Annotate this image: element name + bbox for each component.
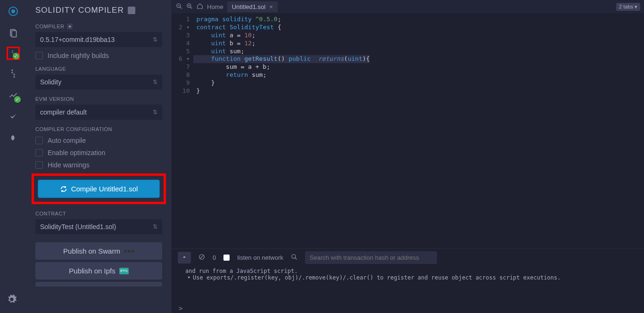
optimize-checkbox[interactable]: Enable optimization [35, 149, 162, 156]
pending-count: 0 [213, 254, 216, 261]
panel-title: SOLIDITY COMPILER [35, 6, 162, 15]
file-explorer-icon[interactable] [7, 26, 20, 40]
checkbox-icon [35, 52, 43, 59]
compiler-panel: SOLIDITY COMPILER COMPILER+ 0.5.17+commi… [26, 0, 172, 313]
autocompile-checkbox[interactable]: Auto compile [35, 137, 162, 144]
evm-select[interactable]: compiler default⇅ [35, 105, 162, 120]
chevron-updown-icon: ⇅ [153, 223, 157, 230]
listen-checkbox[interactable] [223, 255, 230, 261]
block-icon[interactable] [198, 254, 205, 262]
terminal-toolbar: 0 listen on network [172, 249, 644, 266]
compile-button[interactable]: Compile Untitled1.sol [38, 180, 160, 198]
remix-logo-icon[interactable] [7, 5, 20, 18]
config-label: COMPILER CONFIGURATION [35, 126, 162, 132]
add-compiler-icon[interactable]: + [67, 24, 73, 29]
compile-highlight: Compile Untitled1.sol [32, 173, 166, 204]
terminal-output: and run from a JavaScript script. Use ex… [172, 266, 644, 304]
svg-line-5 [180, 7, 182, 9]
svg-line-14 [295, 257, 297, 259]
left-iconbar [0, 0, 26, 313]
hidewarn-checkbox[interactable]: Hide warnings [35, 161, 162, 169]
docs-icon[interactable] [128, 7, 135, 14]
chevron-updown-icon: ⇅ [153, 36, 157, 43]
search-icon[interactable] [291, 254, 297, 262]
debugger-icon[interactable] [7, 110, 20, 124]
chevron-updown-icon: ⇅ [153, 109, 157, 115]
tabs-count-badge[interactable]: 2 tabs ▾ [616, 3, 640, 11]
line-gutter: 12 ▾3456 ▾78910 [172, 14, 193, 248]
swarm-icon [124, 250, 134, 253]
checkbox-icon [35, 137, 43, 144]
checkbox-icon [35, 149, 43, 156]
listen-label: listen on network [237, 254, 283, 261]
compile-success-badge [13, 53, 19, 59]
publish-swarm-button[interactable]: Publish on Swarm [35, 242, 162, 260]
main-area: Home Untitled1.sol× 2 tabs ▾ 12 ▾3456 ▾7… [172, 0, 644, 313]
contract-select[interactable]: SolidityTest (Untitled1.sol)⇅ [35, 219, 162, 234]
close-tab-icon[interactable]: × [269, 3, 273, 10]
analysis-badge [14, 96, 21, 103]
chevron-updown-icon: ⇅ [153, 79, 157, 85]
svg-line-12 [200, 255, 204, 258]
more-button[interactable] [35, 282, 162, 287]
terminal-search-input[interactable] [305, 251, 437, 264]
terminal-toggle-icon[interactable] [178, 252, 191, 264]
terminal-panel: 0 listen on network and run from a JavaS… [172, 248, 644, 313]
plugin-icon[interactable] [7, 132, 20, 145]
code-lines: pragma solidity ^0.5.0; contract Solidit… [193, 14, 370, 248]
zoom-in-icon[interactable] [186, 3, 193, 11]
nightly-checkbox[interactable]: Include nightly builds [35, 52, 162, 59]
deploy-icon[interactable] [7, 67, 20, 80]
contract-label: CONTRACT [35, 211, 162, 216]
file-tab[interactable]: Untitled1.sol× [227, 1, 278, 12]
home-icon[interactable] [197, 3, 203, 11]
publish-ipfs-button[interactable]: Publish on IpfsIPFS [35, 262, 162, 280]
analysis-icon[interactable] [7, 89, 20, 102]
settings-gear-icon[interactable] [7, 294, 17, 306]
checkbox-icon [35, 161, 43, 169]
solidity-compiler-icon[interactable] [7, 47, 20, 60]
zoom-out-icon[interactable] [176, 3, 182, 11]
compiler-select[interactable]: 0.5.17+commit.d19bba13⇅ [35, 32, 162, 47]
svg-rect-3 [11, 31, 16, 37]
svg-point-1 [12, 10, 15, 13]
editor-tabbar: Home Untitled1.sol× 2 tabs ▾ [172, 0, 644, 14]
svg-point-13 [292, 254, 296, 258]
terminal-prompt[interactable]: > [172, 304, 644, 313]
code-editor[interactable]: 12 ▾3456 ▾78910 pragma solidity ^0.5.0; … [172, 14, 644, 248]
compiler-label: COMPILER+ [35, 24, 162, 29]
svg-line-8 [190, 7, 192, 9]
ipfs-icon: IPFS [119, 268, 129, 274]
language-label: LANGUAGE [35, 66, 162, 72]
evm-label: EVM VERSION [35, 96, 162, 102]
home-tab[interactable]: Home [207, 3, 223, 10]
language-select[interactable]: Solidity⇅ [35, 74, 162, 90]
